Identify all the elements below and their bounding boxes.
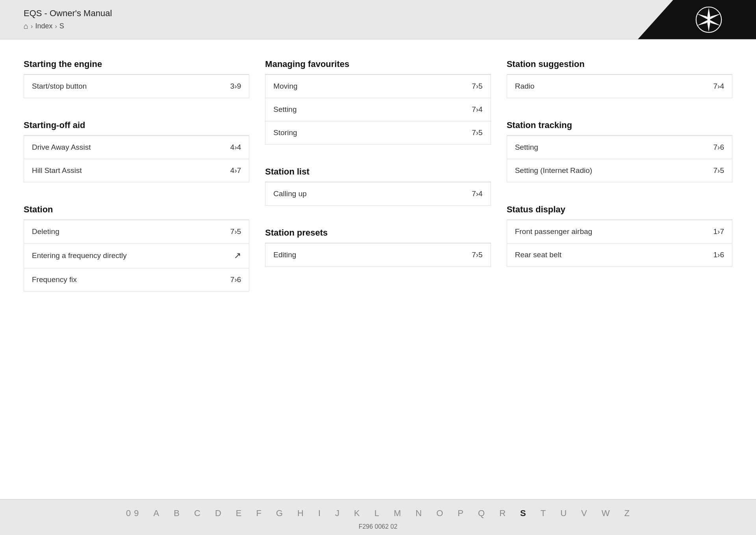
header: EQS - Owner's Manual ⌂ › Index › S — [0, 0, 756, 39]
entry-label: Editing — [273, 251, 296, 259]
entry-page: 4›7 — [230, 166, 241, 175]
table-row[interactable]: Setting7›6 — [507, 136, 732, 159]
table-row[interactable]: Start/stop button3›9 — [24, 75, 249, 98]
nav-item-W[interactable]: W — [595, 507, 617, 520]
nav-item-G[interactable]: G — [269, 507, 290, 520]
nav-item-V[interactable]: V — [574, 507, 595, 520]
entry-page: 7›4 — [713, 82, 724, 91]
entry-label: Calling up — [273, 189, 307, 198]
alphabet-nav: 0 9ABCDEFGHIJKLMNOPQRSTUVWZ — [0, 500, 756, 523]
table-row[interactable]: Entering a frequency directly↗ — [24, 243, 249, 268]
nav-item-A[interactable]: A — [146, 507, 167, 520]
table-row[interactable]: Rear seat belt1›6 — [507, 243, 732, 266]
entry-label: Setting — [515, 143, 538, 152]
table-row[interactable]: Deleting7›5 — [24, 220, 249, 243]
table-row[interactable]: Drive Away Assist4›4 — [24, 136, 249, 159]
section-heading-status-display: Status display — [507, 204, 732, 220]
nav-item-B[interactable]: B — [167, 507, 187, 520]
nav-item-J[interactable]: J — [328, 507, 347, 520]
table-row[interactable]: Front passenger airbag1›7 — [507, 220, 732, 243]
breadcrumb: ⌂ › Index › S — [24, 22, 112, 31]
main-content: Starting the engineStart/stop button3›9S… — [0, 39, 756, 499]
footer: 0 9ABCDEFGHIJKLMNOPQRSTUVWZ F296 0062 02 — [0, 499, 756, 535]
entry-page: 7›5 — [230, 227, 241, 236]
nav-item-O[interactable]: O — [429, 507, 450, 520]
nav-item-C[interactable]: C — [187, 507, 208, 520]
section-heading-station-list: Station list — [265, 167, 491, 182]
nav-item-09[interactable]: 0 9 — [119, 507, 146, 520]
nav-item-N[interactable]: N — [408, 507, 429, 520]
nav-item-T[interactable]: T — [534, 507, 553, 520]
table-row[interactable]: Setting7›4 — [265, 98, 490, 121]
entry-label: Drive Away Assist — [32, 143, 91, 152]
table-row[interactable]: Hill Start Assist4›7 — [24, 159, 249, 182]
nav-item-R[interactable]: R — [492, 507, 513, 520]
nav-item-H[interactable]: H — [290, 507, 311, 520]
entry-section-managing-favs: Moving7›5Setting7›4Storing7›5 — [265, 74, 491, 145]
nav-item-K[interactable]: K — [347, 507, 367, 520]
svg-point-7 — [708, 18, 710, 21]
entry-label: Frequency fix — [32, 275, 77, 284]
svg-marker-1 — [707, 7, 710, 20]
entry-page: 7›5 — [472, 251, 482, 259]
entry-label: Deleting — [32, 227, 59, 236]
entry-section-station-tracking: Setting7›6Setting (Internet Radio)7›5 — [507, 136, 732, 182]
entry-section-status-display: Front passenger airbag1›7Rear seat belt1… — [507, 220, 732, 267]
table-row[interactable]: Storing7›5 — [265, 121, 490, 144]
nav-item-D[interactable]: D — [208, 507, 229, 520]
nav-item-I[interactable]: I — [311, 507, 328, 520]
section-spacer — [507, 193, 732, 204]
entry-page: 7›5 — [713, 166, 724, 175]
entry-section-station-suggestion: Radio7›4 — [507, 74, 732, 98]
nav-item-M[interactable]: M — [387, 507, 408, 520]
entry-page: 7›6 — [713, 143, 724, 152]
manual-title: EQS - Owner's Manual — [24, 8, 112, 19]
nav-item-F[interactable]: F — [249, 507, 269, 520]
section-heading-station: Station — [24, 204, 249, 220]
nav-item-Q[interactable]: Q — [471, 507, 492, 520]
entry-label: Rear seat belt — [515, 251, 561, 259]
entry-label: Radio — [515, 82, 535, 91]
table-row[interactable]: Radio7›4 — [507, 75, 732, 98]
breadcrumb-index[interactable]: Index — [35, 22, 52, 30]
doc-code: F296 0062 02 — [0, 523, 756, 535]
entry-section-starting-off-aid: Drive Away Assist4›4Hill Start Assist4›7 — [24, 136, 249, 182]
home-icon[interactable]: ⌂ — [24, 22, 28, 31]
column-col1: Starting the engineStart/stop button3›9S… — [24, 59, 249, 483]
section-heading-station-presets: Station presets — [265, 228, 491, 243]
entry-section-station-presets: Editing7›5 — [265, 243, 491, 267]
entry-page: ↗ — [234, 251, 241, 261]
column-col2: Managing favouritesMoving7›5Setting7›4St… — [265, 59, 491, 483]
svg-marker-4 — [709, 20, 721, 26]
entry-label: Entering a frequency directly — [32, 251, 127, 260]
table-row[interactable]: Frequency fix7›6 — [24, 268, 249, 291]
section-spacer — [24, 109, 249, 120]
table-row[interactable]: Editing7›5 — [265, 243, 490, 266]
header-left: EQS - Owner's Manual ⌂ › Index › S — [0, 1, 135, 38]
table-row[interactable]: Setting (Internet Radio)7›5 — [507, 159, 732, 182]
entry-label: Setting (Internet Radio) — [515, 166, 592, 175]
mercedes-star-icon — [695, 6, 723, 33]
table-row[interactable]: Moving7›5 — [265, 75, 490, 98]
nav-item-E[interactable]: E — [229, 507, 249, 520]
entry-label: Setting — [273, 105, 296, 114]
nav-item-L[interactable]: L — [367, 507, 387, 520]
entry-page: 7›4 — [472, 105, 482, 114]
section-spacer — [507, 109, 732, 120]
entry-section-starting-the-engine: Start/stop button3›9 — [24, 74, 249, 98]
entry-label: Front passenger airbag — [515, 227, 592, 236]
section-spacer — [265, 156, 491, 167]
column-col3: Station suggestionRadio7›4Station tracki… — [507, 59, 732, 483]
nav-item-Z[interactable]: Z — [617, 507, 637, 520]
section-heading-managing-favs: Managing favourites — [265, 59, 491, 74]
nav-item-U[interactable]: U — [553, 507, 574, 520]
entry-label: Moving — [273, 82, 297, 91]
breadcrumb-current: S — [59, 22, 64, 30]
nav-item-S[interactable]: S — [513, 507, 534, 520]
section-spacer — [24, 193, 249, 204]
section-heading-station-suggestion: Station suggestion — [507, 59, 732, 74]
table-row[interactable]: Calling up7›4 — [265, 182, 490, 205]
entry-page: 3›9 — [230, 82, 241, 91]
entry-label: Hill Start Assist — [32, 166, 82, 175]
nav-item-P[interactable]: P — [450, 507, 471, 520]
